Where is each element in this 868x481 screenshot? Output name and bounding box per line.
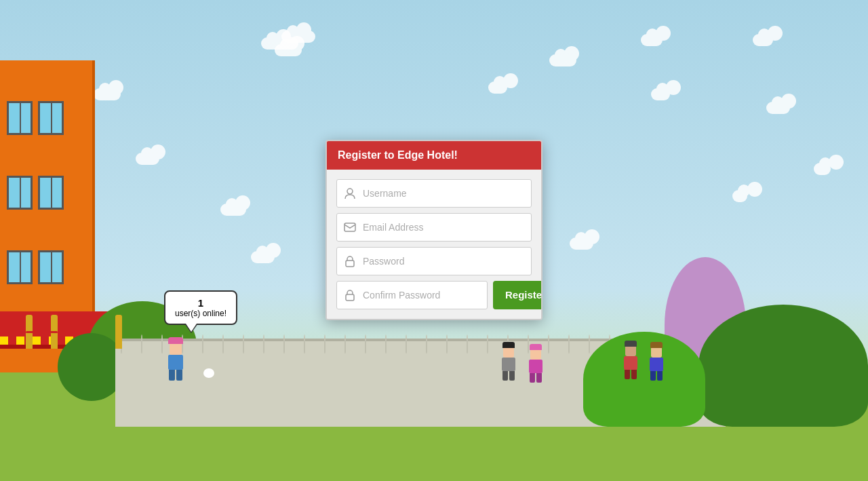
- fence-post: [243, 334, 244, 353]
- modal-header: Register to Edge Hotel!: [327, 141, 541, 170]
- fence-post: [202, 334, 203, 353]
- email-icon: [342, 220, 357, 235]
- password-input[interactable]: [363, 256, 526, 267]
- window-row-3: [7, 250, 64, 284]
- fence-post: [467, 334, 468, 353]
- fence-post: [406, 334, 407, 353]
- fence-post: [263, 334, 264, 353]
- fence-post: [141, 334, 142, 353]
- fence-post: [589, 334, 590, 353]
- svg-rect-2: [346, 261, 354, 267]
- barrier-rope: [26, 331, 58, 333]
- fence-post: [344, 334, 346, 353]
- svg-point-0: [347, 189, 353, 194]
- modal-title: Register to Edge Hotel!: [338, 149, 458, 161]
- fence-post: [446, 334, 448, 353]
- username-input[interactable]: [363, 188, 526, 199]
- character-bridge-1: [502, 347, 515, 381]
- character-far-2: [650, 347, 663, 381]
- character-far-1: [624, 345, 637, 379]
- window-row-1: [7, 101, 64, 135]
- svg-rect-3: [346, 294, 354, 301]
- lock-confirm-icon: [342, 288, 357, 303]
- fence-post: [365, 334, 366, 353]
- chicken: [203, 368, 214, 378]
- register-modal: Register to Edge Hotel!: [326, 140, 542, 320]
- window: [7, 250, 33, 284]
- register-button[interactable]: Register: [493, 281, 542, 309]
- fence-post: [283, 334, 285, 353]
- barrier-post-3: [115, 315, 122, 349]
- fence-post: [222, 334, 224, 353]
- speech-bubble: 1 user(s) online!: [164, 290, 237, 325]
- password-field-row: [336, 247, 532, 275]
- tree-right: [698, 305, 868, 427]
- online-label: user(s) online!: [175, 309, 226, 318]
- window: [7, 101, 33, 135]
- fence-post: [161, 334, 163, 353]
- fence-post: [324, 334, 326, 353]
- confirm-row: Register: [336, 281, 532, 309]
- fence-post: [568, 334, 570, 353]
- fence-post: [548, 334, 549, 353]
- email-field-row: [336, 213, 532, 242]
- window-row-2: [7, 176, 64, 210]
- svg-rect-1: [344, 223, 355, 231]
- username-field-row: [336, 179, 532, 208]
- confirm-password-input[interactable]: [363, 290, 481, 301]
- fence-post: [487, 334, 488, 353]
- window: [38, 176, 64, 210]
- email-input[interactable]: [363, 222, 526, 233]
- confirm-password-field-row: [336, 281, 488, 309]
- online-count: 1: [175, 297, 226, 309]
- character-bridge-2: [529, 349, 542, 383]
- modal-body: Register: [327, 170, 541, 319]
- character-main: [168, 343, 183, 381]
- lock-icon: [342, 254, 357, 269]
- tree-right-2: [583, 332, 705, 427]
- window: [38, 101, 64, 135]
- window: [7, 176, 33, 210]
- user-icon: [342, 186, 357, 201]
- building-windows: [7, 101, 64, 284]
- fence-post: [304, 334, 305, 353]
- fence-post: [385, 334, 387, 353]
- window: [38, 250, 64, 284]
- fence-post: [426, 334, 427, 353]
